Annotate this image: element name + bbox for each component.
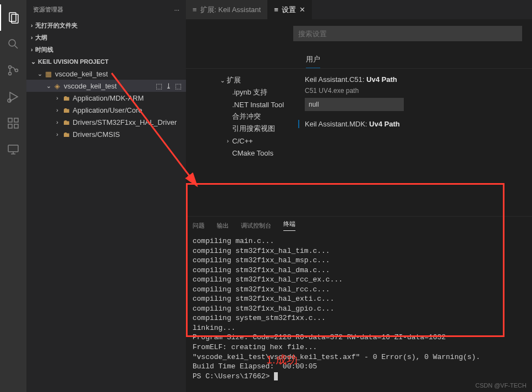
main-area: ≡ 扩展: Keil Assistant ≡ 设置 ✕ 用户 ⌄ 扩展 <box>186 0 532 392</box>
chevron-right-icon: › <box>53 95 62 101</box>
settings-nav: ⌄ 扩展 .ipynb 支持 .NET Install Tool 合并冲突 引用… <box>186 69 296 216</box>
folder-icon: 🖿 <box>62 118 70 126</box>
svg-rect-10 <box>8 124 12 128</box>
section-no-open-folder[interactable]: › 无打开的文件夹 <box>26 19 186 31</box>
svg-rect-13 <box>8 145 18 152</box>
settings-search <box>293 26 522 41</box>
chevron-down-icon: ⌄ <box>35 70 44 78</box>
chevron-right-icon: › <box>53 119 62 125</box>
tree-folder[interactable]: › 🖿 Application/MDK-ARM <box>26 92 186 104</box>
activity-bar <box>0 0 26 392</box>
list-icon: ≡ <box>274 5 278 14</box>
svg-point-5 <box>9 73 12 75</box>
settings-search-input[interactable] <box>293 26 522 41</box>
tree-folder[interactable]: › 🖿 Drivers/STM32F1xx_HAL_Driver <box>26 116 186 128</box>
setting-c51-uv4-path-input[interactable] <box>305 98 404 111</box>
close-icon[interactable]: ✕ <box>299 5 305 14</box>
panel-tab-debug-console[interactable]: 调试控制台 <box>241 222 271 230</box>
source-control-icon[interactable] <box>0 57 26 84</box>
chevron-down-icon: ⌄ <box>31 58 36 65</box>
tree-folder[interactable]: › 🖿 Drivers/CMSIS <box>26 128 186 140</box>
svg-point-2 <box>9 40 15 46</box>
settings-tab-user[interactable]: 用户 <box>306 51 320 68</box>
remote-icon[interactable] <box>0 136 26 163</box>
tree-target[interactable]: ⌄ ◈ vscode_keil_test ⬚ ⤓ ⬚ <box>26 80 186 92</box>
svg-point-4 <box>9 66 12 69</box>
settings-nav-item[interactable]: 引用搜索视图 <box>186 123 296 135</box>
section-timeline[interactable]: › 时间线 <box>26 43 186 56</box>
settings-nav-extensions[interactable]: ⌄ 扩展 <box>186 74 296 86</box>
chevron-right-icon: › <box>53 131 62 137</box>
panel-tab-terminal[interactable]: 终端 <box>283 220 295 231</box>
chevron-right-icon: › <box>31 34 33 41</box>
run-debug-icon[interactable] <box>0 84 26 110</box>
editor-tabs: ≡ 扩展: Keil Assistant ≡ 设置 ✕ <box>186 0 532 19</box>
tab-extension-keil-assistant[interactable]: ≡ 扩展: Keil Assistant <box>186 0 267 19</box>
tab-label: 扩展: Keil Assistant <box>200 5 261 15</box>
chevron-down-icon: ⌄ <box>218 77 227 84</box>
watermark: CSDN @VF-TECH <box>475 382 526 389</box>
settings-nav-ccpp[interactable]: › C/C++ <box>186 135 296 147</box>
rebuild-icon[interactable]: ⬚ <box>175 82 182 90</box>
tree-project[interactable]: ⌄ ▦ vscode_keil_test <box>26 68 186 80</box>
svg-line-3 <box>15 46 18 48</box>
panel-area: 问题 输出 调试控制台 终端 compiling main.c... compi… <box>186 216 532 392</box>
download-icon[interactable]: ⤓ <box>166 82 172 90</box>
folder-icon: 🖿 <box>62 94 70 102</box>
project-icon: ▦ <box>44 70 53 78</box>
settings-scope-tabs: 用户 <box>186 51 532 69</box>
section-outline[interactable]: › 大纲 <box>26 31 186 43</box>
chevron-down-icon: ⌄ <box>44 82 53 90</box>
sidebar-title: 资源管理器 <box>33 5 63 14</box>
svg-rect-12 <box>14 118 18 122</box>
extensions-icon[interactable] <box>0 110 26 136</box>
settings-nav-item[interactable]: .ipynb 支持 <box>186 86 296 98</box>
more-icon[interactable]: ··· <box>174 7 179 13</box>
setting-mdk-uv4-path: Keil Assistant.MDK: Uv4 Path <box>298 120 522 128</box>
list-icon: ≡ <box>193 5 197 14</box>
tree-folder[interactable]: › 🖿 Application/User/Core <box>26 104 186 116</box>
search-icon[interactable] <box>0 31 26 57</box>
panel-tab-problems[interactable]: 问题 <box>193 222 205 230</box>
chevron-right-icon: › <box>223 137 232 144</box>
terminal-output[interactable]: compiling main.c... compiling stm32f1xx_… <box>186 234 532 392</box>
svg-rect-9 <box>8 118 12 122</box>
tab-label: 设置 <box>282 5 296 15</box>
settings-panel: Keil Assistant.C51: Uv4 Path C51 UV4.exe… <box>296 69 532 216</box>
chevron-right-icon: › <box>31 46 33 53</box>
sidebar: 资源管理器 ··· › 无打开的文件夹 › 大纲 › 时间线 ⌄ KEIL UV… <box>26 0 186 392</box>
svg-rect-11 <box>14 124 18 128</box>
target-icon: ◈ <box>53 82 62 90</box>
section-keil-project[interactable]: ⌄ KEIL UVISION PROJECT <box>26 56 186 68</box>
annotation-label-success: 1.成功 <box>266 352 298 367</box>
tab-settings[interactable]: ≡ 设置 ✕ <box>267 0 312 19</box>
folder-icon: 🖿 <box>62 130 70 139</box>
sidebar-header: 资源管理器 ··· <box>26 0 186 19</box>
svg-point-6 <box>15 69 18 72</box>
setting-c51-uv4-path: Keil Assistant.C51: Uv4 Path C51 UV4.exe… <box>298 75 522 111</box>
chevron-right-icon: › <box>31 22 33 29</box>
explorer-icon[interactable] <box>0 4 26 31</box>
build-icon[interactable]: ⬚ <box>156 82 162 90</box>
panel-tab-output[interactable]: 输出 <box>217 222 229 230</box>
settings-nav-cmake[interactable]: CMake Tools <box>186 147 296 159</box>
settings-nav-item[interactable]: 合并冲突 <box>186 111 296 123</box>
panel-tabs: 问题 输出 调试控制台 终端 <box>186 217 532 234</box>
chevron-right-icon: › <box>53 107 62 113</box>
settings-nav-item[interactable]: .NET Install Tool <box>186 98 296 111</box>
folder-icon: 🖿 <box>62 106 70 114</box>
